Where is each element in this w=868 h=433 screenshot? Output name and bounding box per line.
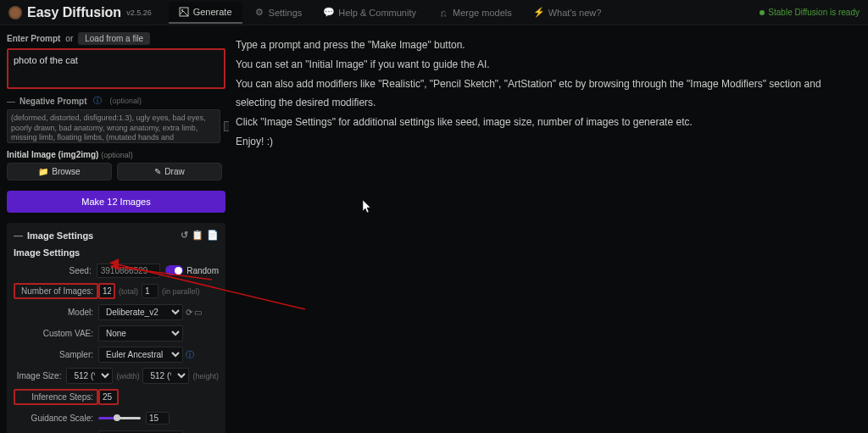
vae-select[interactable]: None	[98, 325, 183, 341]
random-toggle[interactable]	[165, 265, 183, 275]
reload-icon[interactable]: ⟳	[186, 308, 192, 317]
app-icon	[8, 6, 22, 19]
sampler-select[interactable]: Euler Ancestral	[98, 347, 183, 363]
height-select[interactable]: 512 (*)	[142, 368, 189, 384]
num-images-parallel-input[interactable]	[142, 284, 159, 298]
tab-merge[interactable]: ⎌ Merge models	[428, 2, 522, 24]
panel-header[interactable]: — Image Settings ↺ 📋 📄	[14, 230, 219, 241]
negative-checkbox-wrap: (deformed, distorted, disfigured:1.3), u…	[7, 109, 222, 143]
logo: Easy Diffusion v2.5.26	[8, 5, 152, 20]
app-version: v2.5.26	[126, 8, 152, 17]
folder-icon[interactable]: ▭	[194, 308, 202, 317]
guidance-value[interactable]	[146, 412, 170, 425]
info-icon[interactable]: ⓘ	[186, 349, 194, 361]
sidebar: Enter Prompt or Load from a file photo o…	[0, 25, 229, 433]
seed-input[interactable]	[97, 264, 160, 278]
prompt-input[interactable]: photo of the cat	[7, 48, 225, 89]
pencil-icon: ✎	[154, 167, 161, 176]
help-line: You can set an "Initial Image" if you wa…	[236, 55, 861, 75]
header: Easy Diffusion v2.5.26 Generate ⚙ Settin…	[0, 0, 868, 25]
paste-icon[interactable]: 📄	[207, 230, 219, 241]
info-icon[interactable]: ⓘ	[93, 95, 102, 107]
initial-image-label: Initial Image (img2img) (optional)	[7, 150, 222, 159]
app-title: Easy Diffusion	[27, 5, 121, 20]
negative-prompt-input[interactable]: (deformed, distorted, disfigured:1.3), u…	[7, 109, 220, 143]
sampler-label: Sampler:	[14, 350, 98, 359]
seed-label: Seed:	[14, 266, 97, 275]
tab-help[interactable]: 💬 Help & Community	[314, 2, 426, 24]
gear-icon: ⚙	[254, 8, 264, 18]
help-line: You can also add modifiers like "Realist…	[236, 75, 861, 114]
prompt-label: Enter Prompt	[7, 34, 60, 43]
help-line: Type a prompt and press the "Make Image"…	[236, 36, 861, 55]
browse-button[interactable]: 📁Browse	[7, 163, 112, 180]
status-badge: Stable Diffusion is ready	[760, 8, 860, 17]
size-label: Image Size:	[14, 371, 66, 380]
load-from-file-button[interactable]: Load from a file	[78, 32, 150, 45]
bolt-icon: ⚡	[534, 8, 544, 18]
num-images-label: Number of Images:	[14, 283, 98, 299]
tab-label: Settings	[269, 8, 303, 18]
tab-whatsnew[interactable]: ⚡ What's new?	[524, 2, 612, 24]
undo-icon[interactable]: ↺	[181, 230, 188, 241]
vae-label: Custom VAE:	[14, 329, 98, 338]
help-line: Click "Image Settings" for additional se…	[236, 113, 861, 132]
image-settings-panel: — Image Settings ↺ 📋 📄 Image Settings Se…	[7, 223, 225, 433]
main: Enter Prompt or Load from a file photo o…	[0, 25, 868, 433]
make-images-button[interactable]: Make 12 Images	[7, 191, 225, 213]
tab-label: What's new?	[548, 8, 602, 18]
model-select[interactable]: Deliberate_v2	[98, 304, 183, 320]
tab-settings[interactable]: ⚙ Settings	[244, 2, 313, 24]
tab-label: Merge models	[453, 8, 512, 18]
negative-prompt-header[interactable]: — Negative Prompt ⓘ (optional)	[7, 95, 222, 107]
steps-input[interactable]	[98, 389, 119, 405]
guidance-label: Guidance Scale:	[14, 414, 98, 423]
model-label: Model:	[14, 308, 98, 317]
width-select[interactable]: 512 (*)	[66, 368, 113, 384]
copy-icon[interactable]: 📋	[192, 230, 203, 241]
tab-generate[interactable]: Generate	[169, 2, 242, 24]
question-icon: 💬	[324, 8, 334, 18]
help-line: Enjoy! :)	[236, 132, 861, 152]
content-area: Type a prompt and press the "Make Image"…	[229, 25, 868, 433]
steps-label: Inference Steps:	[14, 389, 98, 405]
guidance-slider[interactable]	[98, 417, 141, 419]
merge-icon: ⎌	[438, 8, 448, 18]
prompt-label-row: Enter Prompt or Load from a file	[7, 32, 222, 45]
folder-icon: 📁	[38, 167, 48, 176]
draw-button[interactable]: ✎Draw	[117, 163, 222, 180]
collapse-icon: —	[7, 97, 15, 106]
tab-label: Generate	[193, 7, 232, 17]
image-icon	[179, 7, 189, 17]
collapse-icon: —	[14, 230, 22, 241]
nav-tabs: Generate ⚙ Settings 💬 Help & Community ⎌…	[169, 2, 612, 24]
tab-label: Help & Community	[338, 8, 416, 18]
sub-head: Image Settings	[14, 247, 219, 258]
num-images-total-input[interactable]	[98, 283, 115, 299]
